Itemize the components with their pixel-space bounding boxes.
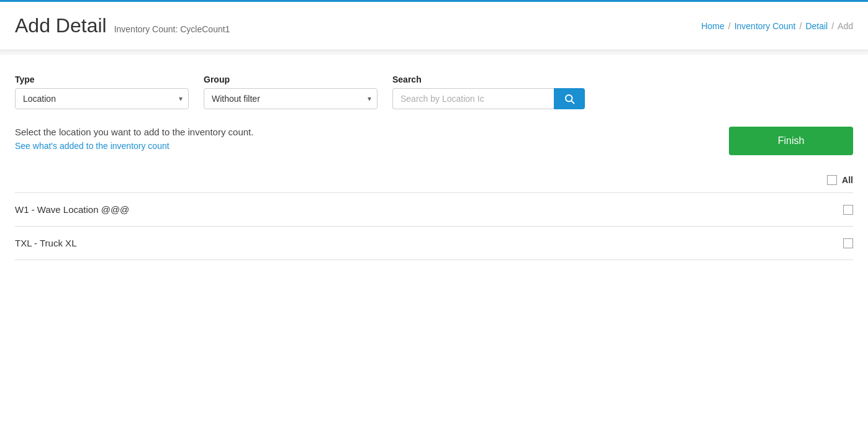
group-filter-group: Group Without filterGroup AGroup B: [204, 74, 377, 109]
main-content: Type LocationProductBin Group Without fi…: [0, 55, 868, 424]
see-added-link[interactable]: See what's added to the inventory count: [15, 141, 253, 151]
info-row: Select the location you want to add to t…: [15, 127, 853, 155]
top-bar: Add Detail Inventory Count: CycleCount1 …: [0, 0, 868, 50]
search-label: Search: [392, 74, 585, 84]
search-group: Search: [392, 74, 585, 109]
breadcrumb-sep-2: /: [800, 21, 802, 31]
page-subtitle: Inventory Count: CycleCount1: [114, 24, 230, 34]
list-item: TXL - Truck XL: [15, 227, 853, 260]
info-text-group: Select the location you want to add to t…: [15, 127, 253, 151]
item-list: W1 - Wave Location @@@ TXL - Truck XL: [15, 192, 853, 260]
breadcrumb-home[interactable]: Home: [701, 21, 724, 31]
select-instruction: Select the location you want to add to t…: [15, 127, 253, 137]
filter-row: Type LocationProductBin Group Without fi…: [15, 74, 853, 109]
breadcrumb-sep-1: /: [728, 21, 731, 31]
list-item-name: W1 - Wave Location @@@: [15, 204, 129, 215]
group-label: Group: [204, 74, 377, 84]
page-title-section: Add Detail Inventory Count: CycleCount1: [15, 14, 230, 37]
svg-line-1: [571, 101, 574, 103]
type-filter-group: Type LocationProductBin: [15, 74, 189, 109]
finish-button[interactable]: Finish: [729, 127, 853, 155]
breadcrumb: Home / Inventory Count / Detail / Add: [701, 21, 853, 31]
type-label: Type: [15, 74, 189, 84]
page-title: Add Detail: [15, 14, 107, 37]
breadcrumb-sep-3: /: [831, 21, 834, 31]
search-input[interactable]: [392, 88, 554, 109]
breadcrumb-add: Add: [838, 21, 853, 31]
breadcrumb-detail[interactable]: Detail: [805, 21, 828, 31]
group-select[interactable]: Without filterGroup AGroup B: [204, 88, 377, 109]
list-item-checkbox[interactable]: [843, 238, 853, 248]
select-all-row: All: [15, 170, 853, 190]
list-item-name: TXL - Truck XL: [15, 238, 76, 248]
list-item: W1 - Wave Location @@@: [15, 193, 853, 227]
list-item-checkbox[interactable]: [843, 205, 853, 215]
type-select[interactable]: LocationProductBin: [15, 88, 189, 109]
group-select-wrapper: Without filterGroup AGroup B: [204, 88, 377, 109]
search-button[interactable]: [554, 88, 585, 109]
search-icon: [564, 93, 575, 104]
breadcrumb-inventory-count[interactable]: Inventory Count: [735, 21, 796, 31]
type-select-wrapper: LocationProductBin: [15, 88, 189, 109]
search-input-row: [392, 88, 585, 109]
select-all-checkbox[interactable]: [827, 175, 837, 185]
select-all-label: All: [842, 175, 853, 185]
